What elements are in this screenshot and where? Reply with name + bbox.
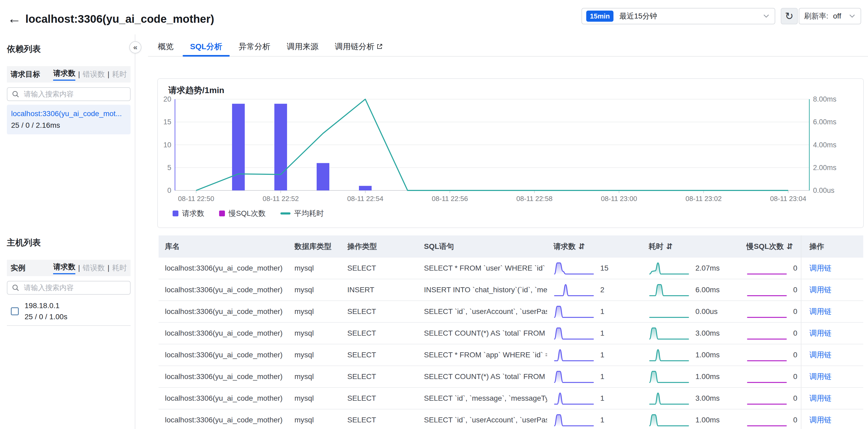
metric-request-count[interactable]: 请求数 <box>53 262 75 274</box>
metric-request-count[interactable]: 请求数 <box>53 68 75 81</box>
column-header-5[interactable]: 耗时⇵ <box>642 235 740 258</box>
column-header-6[interactable]: 慢SQL次数⇵ <box>740 235 801 258</box>
dependency-header-band: 请求目标 请求数 | 错误数 | 耗时 <box>7 66 130 83</box>
request-count-value: 15 <box>600 264 609 273</box>
sort-icon[interactable]: ⇵ <box>578 242 585 251</box>
column-label: 数据库类型 <box>294 241 332 252</box>
op-type-cell: SELECT <box>341 409 417 429</box>
duration-cell: 3.00ms <box>642 388 740 409</box>
trace-link[interactable]: 调用链 <box>809 328 832 338</box>
trace-link[interactable]: 调用链 <box>809 415 832 425</box>
action-cell: 调用链 <box>801 409 863 429</box>
host-list-item[interactable]: 198.18.0.1 25 / 0 / 1.00s <box>7 302 130 321</box>
legend-item-bar[interactable]: 请求数 <box>173 208 204 219</box>
db-type-cell: mysql <box>288 388 341 409</box>
sparkline <box>649 304 690 319</box>
sparkline <box>746 260 787 276</box>
tab-sql-analysis[interactable]: SQL分析 <box>190 37 222 56</box>
refresh-icon: ↻ <box>785 10 794 22</box>
db-name-cell: localhost:3306(yu_ai_code_mother) <box>159 258 288 279</box>
trace-link[interactable]: 调用链 <box>809 350 832 360</box>
svg-text:08-11 23:04: 08-11 23:04 <box>770 195 806 203</box>
sidebar-collapse-button[interactable]: « <box>129 41 142 53</box>
tab-label: SQL分析 <box>190 41 222 52</box>
tab-item-0[interactable]: 概览 <box>158 37 174 56</box>
trace-link[interactable]: 调用链 <box>809 285 832 295</box>
sidebar: 依赖列表 请求目标 请求数 | 错误数 | 耗时 localhost:3306(… <box>0 34 135 429</box>
trace-link[interactable]: 调用链 <box>809 307 832 317</box>
sparkline <box>554 260 594 276</box>
host-search <box>7 281 130 295</box>
slow-sql-cell: 0 <box>740 323 801 344</box>
dependency-item-name[interactable]: localhost:3306(yu_ai_code_mot... <box>11 110 126 118</box>
column-header-4[interactable]: 请求数⇵ <box>547 235 642 258</box>
column-label: 库名 <box>165 241 180 252</box>
op-type-cell: SELECT <box>341 258 417 279</box>
tab-item-2[interactable]: 异常分析 <box>239 37 270 56</box>
table-row: localhost:3306(yu_ai_code_mother)mysqlIN… <box>159 279 863 301</box>
svg-text:08-11 22:56: 08-11 22:56 <box>432 195 468 203</box>
tabs: 概览SQL分析异常分析调用来源调用链分析 <box>148 37 868 57</box>
external-link-icon <box>376 43 383 50</box>
time-range-select[interactable]: 15min 最近15分钟 <box>582 8 775 24</box>
request-count-value: 1 <box>600 351 604 359</box>
sort-icon[interactable]: ⇵ <box>666 242 673 251</box>
table-header-row: 库名数据库类型操作类型SQL语句请求数⇵耗时⇵慢SQL次数⇵操作 <box>159 235 863 258</box>
trace-link[interactable]: 调用链 <box>809 372 832 382</box>
request-count-cell: 1 <box>547 366 642 387</box>
metric-duration[interactable]: 耗时 <box>112 69 127 79</box>
refresh-button[interactable]: ↻ <box>781 8 798 24</box>
column-label: 操作类型 <box>347 241 377 252</box>
duration-cell: 0.00us <box>642 301 740 322</box>
column-header-7: 操作 <box>801 235 863 258</box>
metric-separator: | <box>107 70 110 79</box>
trace-link[interactable]: 调用链 <box>809 263 832 273</box>
svg-text:10: 10 <box>163 141 171 149</box>
slow-sql-cell: 0 <box>740 366 801 387</box>
sparkline <box>554 412 594 428</box>
request-count-cell: 1 <box>547 323 642 344</box>
chart-legend: 请求数慢SQL次数平均耗时 <box>173 208 324 219</box>
column-label: SQL语句 <box>424 241 454 252</box>
table-row: localhost:3306(yu_ai_code_mother)mysqlSE… <box>159 323 863 344</box>
metric-separator: | <box>78 264 80 272</box>
tab-label: 异常分析 <box>239 41 270 52</box>
op-type-cell: SELECT <box>341 344 417 366</box>
host-search-input[interactable] <box>23 284 125 292</box>
legend-square-swatch <box>219 210 225 216</box>
slow-sql-value: 0 <box>793 351 798 359</box>
dependency-search-input[interactable] <box>23 90 125 99</box>
action-cell: 调用链 <box>801 388 863 409</box>
svg-text:20: 20 <box>163 95 171 103</box>
tab-item-3[interactable]: 调用来源 <box>287 37 318 56</box>
duration-value: 6.00ms <box>695 286 720 294</box>
trend-chart: 00.00us52.00ms104.00ms156.00ms208.00ms08… <box>158 94 863 203</box>
divider <box>7 325 130 326</box>
sort-icon[interactable]: ⇵ <box>786 242 793 251</box>
tab-item-4[interactable]: 调用链分析 <box>335 37 383 56</box>
dependency-list-item[interactable]: localhost:3306(yu_ai_code_mot... 25 / 0 … <box>7 105 130 134</box>
legend-item-bar[interactable]: 慢SQL次数 <box>219 208 266 219</box>
trace-link[interactable]: 调用链 <box>809 393 832 403</box>
request-count-value: 1 <box>600 394 604 403</box>
refresh-rate-select[interactable]: 刷新率: off <box>799 8 861 24</box>
duration-cell: 3.00ms <box>642 323 740 344</box>
search-icon <box>12 90 20 98</box>
dependency-search <box>7 87 130 101</box>
back-icon[interactable]: ← <box>7 12 21 25</box>
svg-text:08-11 22:58: 08-11 22:58 <box>517 195 553 203</box>
svg-text:8.00ms: 8.00ms <box>813 95 837 103</box>
metric-error-count[interactable]: 错误数 <box>83 263 105 273</box>
host-header-band: 实例 请求数 | 错误数 | 耗时 <box>7 260 130 276</box>
host-checkbox[interactable] <box>11 307 19 315</box>
chevron-down-icon <box>849 14 855 18</box>
instance-label: 实例 <box>10 263 53 273</box>
metric-error-count[interactable]: 错误数 <box>83 69 105 79</box>
db-name-cell: localhost:3306(yu_ai_code_mother) <box>159 279 288 301</box>
sparkline <box>649 391 690 406</box>
metric-duration[interactable]: 耗时 <box>112 263 127 273</box>
column-header-1: 数据库类型 <box>288 235 341 258</box>
request-count-cell: 1 <box>547 344 642 366</box>
legend-item-line[interactable]: 平均耗时 <box>280 208 324 219</box>
table-row: localhost:3306(yu_ai_code_mother)mysqlSE… <box>159 301 863 323</box>
